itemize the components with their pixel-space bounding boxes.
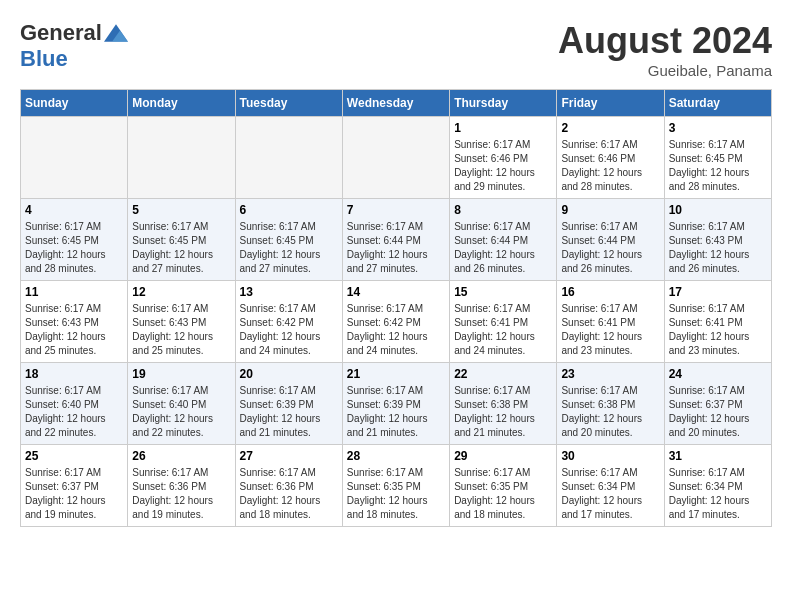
col-thursday: Thursday <box>450 90 557 117</box>
table-row: 25Sunrise: 6:17 AMSunset: 6:37 PMDayligh… <box>21 445 128 527</box>
sunrise-text: Sunrise: 6:17 AM <box>454 139 530 150</box>
day-info: Sunrise: 6:17 AMSunset: 6:34 PMDaylight:… <box>561 466 659 522</box>
col-sunday: Sunday <box>21 90 128 117</box>
sunset-text: Sunset: 6:41 PM <box>669 317 743 328</box>
sunrise-text: Sunrise: 6:17 AM <box>347 467 423 478</box>
table-row: 31Sunrise: 6:17 AMSunset: 6:34 PMDayligh… <box>664 445 771 527</box>
day-info: Sunrise: 6:17 AMSunset: 6:35 PMDaylight:… <box>347 466 445 522</box>
calendar-week-row: 1Sunrise: 6:17 AMSunset: 6:46 PMDaylight… <box>21 117 772 199</box>
table-row <box>342 117 449 199</box>
sunrise-text: Sunrise: 6:17 AM <box>561 385 637 396</box>
day-info: Sunrise: 6:17 AMSunset: 6:44 PMDaylight:… <box>561 220 659 276</box>
col-friday: Friday <box>557 90 664 117</box>
sunset-text: Sunset: 6:45 PM <box>25 235 99 246</box>
col-wednesday: Wednesday <box>342 90 449 117</box>
day-number: 4 <box>25 203 123 217</box>
day-info: Sunrise: 6:17 AMSunset: 6:41 PMDaylight:… <box>561 302 659 358</box>
daylight-text: Daylight: 12 hours and 24 minutes. <box>240 331 321 356</box>
calendar-header-row: Sunday Monday Tuesday Wednesday Thursday… <box>21 90 772 117</box>
day-number: 1 <box>454 121 552 135</box>
table-row: 6Sunrise: 6:17 AMSunset: 6:45 PMDaylight… <box>235 199 342 281</box>
day-info: Sunrise: 6:17 AMSunset: 6:37 PMDaylight:… <box>669 384 767 440</box>
daylight-text: Daylight: 12 hours and 17 minutes. <box>561 495 642 520</box>
day-info: Sunrise: 6:17 AMSunset: 6:46 PMDaylight:… <box>561 138 659 194</box>
table-row: 17Sunrise: 6:17 AMSunset: 6:41 PMDayligh… <box>664 281 771 363</box>
table-row <box>235 117 342 199</box>
table-row: 3Sunrise: 6:17 AMSunset: 6:45 PMDaylight… <box>664 117 771 199</box>
sunset-text: Sunset: 6:45 PM <box>669 153 743 164</box>
day-info: Sunrise: 6:17 AMSunset: 6:38 PMDaylight:… <box>561 384 659 440</box>
day-number: 28 <box>347 449 445 463</box>
sunrise-text: Sunrise: 6:17 AM <box>25 467 101 478</box>
sunset-text: Sunset: 6:44 PM <box>561 235 635 246</box>
page-header: General Blue August 2024 Gueibale, Panam… <box>20 20 772 79</box>
day-number: 24 <box>669 367 767 381</box>
sunset-text: Sunset: 6:36 PM <box>132 481 206 492</box>
sunrise-text: Sunrise: 6:17 AM <box>669 467 745 478</box>
daylight-text: Daylight: 12 hours and 27 minutes. <box>347 249 428 274</box>
table-row: 26Sunrise: 6:17 AMSunset: 6:36 PMDayligh… <box>128 445 235 527</box>
day-info: Sunrise: 6:17 AMSunset: 6:46 PMDaylight:… <box>454 138 552 194</box>
table-row: 20Sunrise: 6:17 AMSunset: 6:39 PMDayligh… <box>235 363 342 445</box>
day-info: Sunrise: 6:17 AMSunset: 6:35 PMDaylight:… <box>454 466 552 522</box>
sunset-text: Sunset: 6:39 PM <box>347 399 421 410</box>
day-number: 19 <box>132 367 230 381</box>
day-info: Sunrise: 6:17 AMSunset: 6:36 PMDaylight:… <box>240 466 338 522</box>
day-number: 16 <box>561 285 659 299</box>
table-row: 5Sunrise: 6:17 AMSunset: 6:45 PMDaylight… <box>128 199 235 281</box>
day-info: Sunrise: 6:17 AMSunset: 6:41 PMDaylight:… <box>454 302 552 358</box>
sunrise-text: Sunrise: 6:17 AM <box>669 303 745 314</box>
month-year-title: August 2024 <box>558 20 772 62</box>
day-info: Sunrise: 6:17 AMSunset: 6:40 PMDaylight:… <box>25 384 123 440</box>
day-number: 6 <box>240 203 338 217</box>
table-row <box>128 117 235 199</box>
sunset-text: Sunset: 6:41 PM <box>561 317 635 328</box>
sunrise-text: Sunrise: 6:17 AM <box>454 303 530 314</box>
sunset-text: Sunset: 6:43 PM <box>25 317 99 328</box>
sunrise-text: Sunrise: 6:17 AM <box>561 467 637 478</box>
calendar-week-row: 18Sunrise: 6:17 AMSunset: 6:40 PMDayligh… <box>21 363 772 445</box>
day-info: Sunrise: 6:17 AMSunset: 6:45 PMDaylight:… <box>240 220 338 276</box>
sunset-text: Sunset: 6:44 PM <box>454 235 528 246</box>
logo: General Blue <box>20 20 128 72</box>
sunset-text: Sunset: 6:39 PM <box>240 399 314 410</box>
table-row: 29Sunrise: 6:17 AMSunset: 6:35 PMDayligh… <box>450 445 557 527</box>
sunset-text: Sunset: 6:41 PM <box>454 317 528 328</box>
table-row: 21Sunrise: 6:17 AMSunset: 6:39 PMDayligh… <box>342 363 449 445</box>
daylight-text: Daylight: 12 hours and 21 minutes. <box>347 413 428 438</box>
daylight-text: Daylight: 12 hours and 23 minutes. <box>561 331 642 356</box>
sunrise-text: Sunrise: 6:17 AM <box>240 385 316 396</box>
sunrise-text: Sunrise: 6:17 AM <box>561 139 637 150</box>
day-number: 2 <box>561 121 659 135</box>
sunrise-text: Sunrise: 6:17 AM <box>454 385 530 396</box>
sunrise-text: Sunrise: 6:17 AM <box>132 385 208 396</box>
day-number: 8 <box>454 203 552 217</box>
sunset-text: Sunset: 6:37 PM <box>25 481 99 492</box>
sunrise-text: Sunrise: 6:17 AM <box>240 221 316 232</box>
sunset-text: Sunset: 6:46 PM <box>454 153 528 164</box>
logo-general-text: General <box>20 20 102 46</box>
daylight-text: Daylight: 12 hours and 27 minutes. <box>132 249 213 274</box>
sunrise-text: Sunrise: 6:17 AM <box>561 221 637 232</box>
sunset-text: Sunset: 6:46 PM <box>561 153 635 164</box>
sunset-text: Sunset: 6:38 PM <box>561 399 635 410</box>
table-row: 4Sunrise: 6:17 AMSunset: 6:45 PMDaylight… <box>21 199 128 281</box>
sunset-text: Sunset: 6:37 PM <box>669 399 743 410</box>
col-tuesday: Tuesday <box>235 90 342 117</box>
day-info: Sunrise: 6:17 AMSunset: 6:45 PMDaylight:… <box>25 220 123 276</box>
sunrise-text: Sunrise: 6:17 AM <box>240 467 316 478</box>
day-number: 29 <box>454 449 552 463</box>
daylight-text: Daylight: 12 hours and 26 minutes. <box>454 249 535 274</box>
day-number: 31 <box>669 449 767 463</box>
sunset-text: Sunset: 6:35 PM <box>347 481 421 492</box>
sunset-text: Sunset: 6:38 PM <box>454 399 528 410</box>
daylight-text: Daylight: 12 hours and 18 minutes. <box>454 495 535 520</box>
table-row: 22Sunrise: 6:17 AMSunset: 6:38 PMDayligh… <box>450 363 557 445</box>
sunset-text: Sunset: 6:42 PM <box>240 317 314 328</box>
day-info: Sunrise: 6:17 AMSunset: 6:43 PMDaylight:… <box>25 302 123 358</box>
day-info: Sunrise: 6:17 AMSunset: 6:42 PMDaylight:… <box>347 302 445 358</box>
calendar-week-row: 4Sunrise: 6:17 AMSunset: 6:45 PMDaylight… <box>21 199 772 281</box>
daylight-text: Daylight: 12 hours and 24 minutes. <box>347 331 428 356</box>
table-row: 30Sunrise: 6:17 AMSunset: 6:34 PMDayligh… <box>557 445 664 527</box>
daylight-text: Daylight: 12 hours and 17 minutes. <box>669 495 750 520</box>
